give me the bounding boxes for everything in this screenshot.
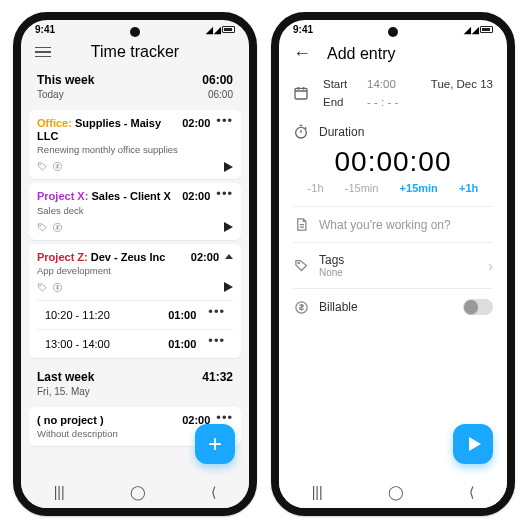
phone-add-entry: 9:41 ◢◢ ← Add entry Start 14:00 Tue, Dec…	[271, 12, 515, 516]
sub-entry[interactable]: 13:00 - 14:00 01:00•••	[37, 329, 233, 358]
svg-point-7	[296, 127, 307, 138]
app-bar: ← Add entry	[279, 37, 507, 70]
billable-icon	[52, 222, 63, 233]
menu-icon[interactable]	[35, 47, 53, 58]
week-header: Last week 41:32	[29, 364, 241, 386]
play-button[interactable]	[224, 222, 233, 232]
more-icon[interactable]: •••	[216, 117, 233, 125]
nav-recent-icon[interactable]: |||	[312, 484, 323, 500]
calendar-icon	[293, 85, 309, 101]
divider	[293, 288, 493, 289]
adj-plus-15m[interactable]: +15min	[400, 182, 438, 194]
duration-value[interactable]: 00:00:00	[279, 146, 507, 178]
add-button[interactable]: +	[195, 424, 235, 464]
battery-icon	[480, 26, 493, 33]
more-icon[interactable]: •••	[208, 308, 225, 321]
entry-card[interactable]: Office: Supplies - Maisy LLC Renewing mo…	[29, 110, 241, 179]
date-section[interactable]: Start 14:00 Tue, Dec 13 End - - : - -	[279, 70, 507, 116]
play-button[interactable]	[224, 162, 233, 172]
android-navbar: ||| ◯ ⟨	[279, 476, 507, 508]
svg-point-4	[40, 285, 41, 286]
tags-field[interactable]: Tags None ›	[279, 245, 507, 286]
signal-icon: ◢	[214, 25, 220, 35]
divider	[293, 242, 493, 243]
note-icon	[293, 217, 309, 232]
billable-icon	[52, 161, 63, 172]
duration-adjust: -1h -15min +15min +1h	[279, 182, 507, 204]
billable-toggle[interactable]	[463, 299, 493, 315]
adj-minus-1h[interactable]: -1h	[308, 182, 324, 194]
chevron-up-icon[interactable]	[225, 254, 233, 259]
entry-card-expanded[interactable]: Project Z: Dev - Zeus Inc App developmen…	[29, 244, 241, 358]
start-button[interactable]	[453, 424, 493, 464]
svg-point-2	[40, 225, 41, 226]
duration-label-row: Duration	[279, 116, 507, 140]
tag-icon	[37, 222, 48, 233]
nav-back-icon[interactable]: ⟨	[211, 484, 216, 500]
signal-icon: ◢	[464, 25, 470, 35]
play-button[interactable]	[224, 282, 233, 292]
chevron-right-icon: ›	[488, 258, 493, 274]
week-subheader: Today 06:00	[29, 89, 241, 106]
camera-dot	[130, 27, 140, 37]
camera-dot	[388, 27, 398, 37]
tag-icon	[293, 258, 309, 273]
more-icon[interactable]: •••	[208, 337, 225, 350]
nav-back-icon[interactable]: ⟨	[469, 484, 474, 500]
svg-rect-6	[295, 88, 307, 99]
adj-plus-1h[interactable]: +1h	[459, 182, 478, 194]
android-navbar: ||| ◯ ⟨	[21, 476, 249, 508]
tag-icon	[37, 282, 48, 293]
signal-icon: ◢	[472, 25, 478, 35]
phone-time-tracker: 9:41 ◢◢ Time tracker This week 06:00 Tod…	[13, 12, 257, 516]
adj-minus-15m[interactable]: -15min	[345, 182, 379, 194]
page-title: Add entry	[327, 45, 493, 63]
nav-recent-icon[interactable]: |||	[54, 484, 65, 500]
stopwatch-icon	[293, 124, 309, 140]
status-time: 9:41	[35, 24, 55, 35]
billable-icon	[52, 282, 63, 293]
svg-point-8	[298, 262, 299, 263]
nav-home-icon[interactable]: ◯	[130, 484, 146, 500]
battery-icon	[222, 26, 235, 33]
nav-home-icon[interactable]: ◯	[388, 484, 404, 500]
week-header: This week 06:00	[29, 67, 241, 89]
more-icon[interactable]: •••	[216, 414, 233, 422]
week-subheader: Fri, 15. May	[29, 386, 241, 403]
app-bar: Time tracker	[21, 37, 249, 67]
tag-icon	[37, 161, 48, 172]
back-icon[interactable]: ←	[293, 43, 311, 64]
signal-icon: ◢	[206, 25, 212, 35]
entry-card[interactable]: Project X: Sales - Client X Sales deck 0…	[29, 183, 241, 239]
sub-entry[interactable]: 10:20 - 11:20 01:00•••	[37, 300, 233, 329]
svg-point-0	[40, 165, 41, 166]
page-title: Time tracker	[65, 43, 205, 61]
status-time: 9:41	[293, 24, 313, 35]
description-field[interactable]: What you're working on?	[279, 209, 507, 240]
more-icon[interactable]: •••	[216, 190, 233, 198]
divider	[293, 206, 493, 207]
billable-icon	[293, 300, 309, 315]
billable-field[interactable]: Billable	[279, 291, 507, 323]
